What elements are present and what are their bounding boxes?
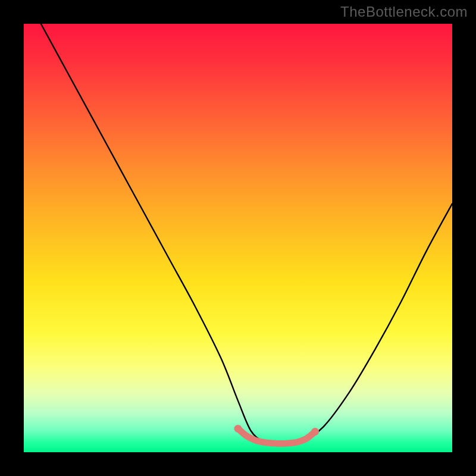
curve-svg bbox=[24, 24, 452, 452]
bottleneck-curve bbox=[41, 24, 452, 444]
chart-frame: TheBottleneck.com bbox=[0, 0, 476, 476]
trough-highlight bbox=[238, 428, 315, 443]
plot-area bbox=[24, 24, 452, 452]
watermark-text: TheBottleneck.com bbox=[340, 4, 468, 20]
trough-end-dot bbox=[234, 425, 242, 433]
trough-end-dot bbox=[311, 428, 319, 436]
